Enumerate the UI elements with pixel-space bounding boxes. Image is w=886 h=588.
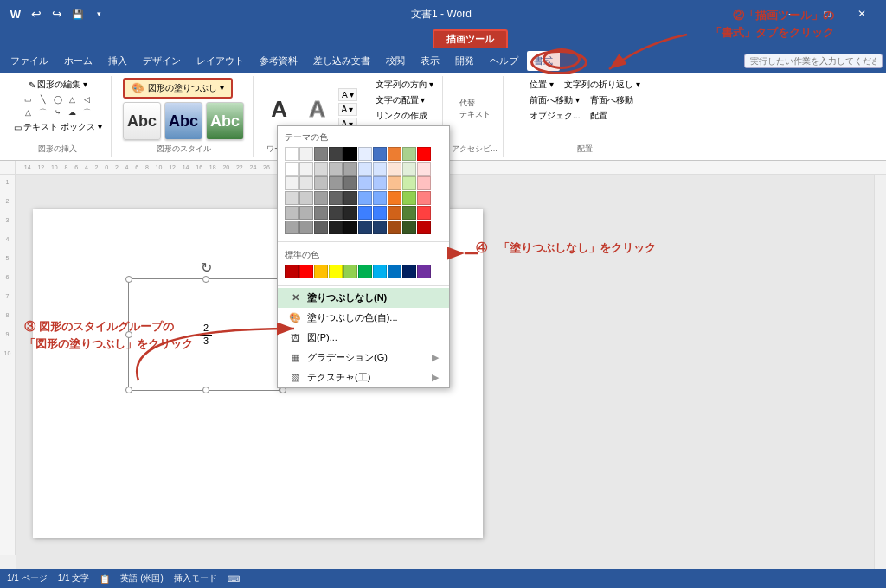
minimize-btn[interactable]: ─ bbox=[775, 0, 810, 28]
menu-home[interactable]: ホーム bbox=[57, 51, 100, 71]
theme-color-3-2[interactable] bbox=[314, 191, 328, 205]
menu-option-3[interactable]: ▦ グラデーション(G) ▶ bbox=[278, 348, 449, 368]
shape-icon-3[interactable]: ◯ bbox=[51, 93, 65, 105]
object-btn[interactable]: オブジェク... bbox=[526, 109, 583, 123]
shape-icon-4[interactable]: △ bbox=[66, 93, 80, 105]
theme-color-4-6[interactable] bbox=[373, 206, 387, 220]
theme-color-3-3[interactable] bbox=[329, 191, 343, 205]
wordart-a1-btn[interactable]: A bbox=[262, 92, 297, 126]
theme-color-1-9[interactable] bbox=[417, 162, 431, 176]
theme-color-5-6[interactable] bbox=[373, 220, 387, 234]
std-color-3[interactable] bbox=[329, 265, 343, 278]
theme-color-0-0[interactable] bbox=[285, 147, 299, 161]
handle-tl[interactable] bbox=[125, 276, 132, 283]
menu-references[interactable]: 参考資料 bbox=[253, 51, 305, 71]
wrap-text-btn[interactable]: 文字列の折り返し ▾ bbox=[561, 78, 644, 92]
shape-icon-6[interactable]: △ bbox=[22, 106, 35, 118]
menu-option-4[interactable]: ▧ テクスチャ(工) ▶ bbox=[278, 368, 449, 387]
menu-developer[interactable]: 開発 bbox=[448, 51, 481, 71]
theme-color-1-5[interactable] bbox=[358, 162, 372, 176]
theme-color-5-1[interactable] bbox=[299, 220, 313, 234]
position-btn[interactable]: 位置 ▾ bbox=[526, 78, 557, 92]
shape-icon-9[interactable]: ☁ bbox=[66, 106, 80, 118]
theme-color-1-6[interactable] bbox=[373, 162, 387, 176]
theme-color-2-3[interactable] bbox=[329, 176, 343, 190]
theme-color-0-8[interactable] bbox=[402, 147, 416, 161]
text-align-btn[interactable]: 文字の配置 ▾ bbox=[372, 93, 429, 107]
shape-fill-btn[interactable]: 🎨 図形の塗りつぶし ▾ bbox=[123, 78, 233, 99]
theme-color-1-4[interactable] bbox=[343, 162, 357, 176]
theme-color-1-3[interactable] bbox=[329, 162, 343, 176]
theme-color-2-4[interactable] bbox=[343, 176, 357, 190]
theme-color-0-3[interactable] bbox=[329, 147, 343, 161]
theme-color-3-0[interactable] bbox=[285, 191, 299, 205]
shape-icon-7[interactable]: ⌒ bbox=[36, 106, 50, 118]
std-color-0[interactable] bbox=[285, 265, 299, 278]
theme-color-5-9[interactable] bbox=[417, 220, 431, 234]
theme-color-4-5[interactable] bbox=[358, 206, 372, 220]
undo-btn[interactable]: ↩ bbox=[28, 7, 45, 21]
shape-icon-8[interactable]: ⤷ bbox=[51, 106, 65, 118]
theme-color-5-5[interactable] bbox=[358, 220, 372, 234]
shape-box[interactable]: 2 3 bbox=[128, 278, 284, 391]
text-outline-btn[interactable]: A ▾ bbox=[338, 103, 357, 116]
theme-color-1-8[interactable] bbox=[402, 162, 416, 176]
bring-forward-btn[interactable]: 前面へ移動 ▾ bbox=[526, 93, 583, 107]
menu-layout[interactable]: レイアウト bbox=[189, 51, 251, 71]
size-btn[interactable]: 配置 bbox=[587, 109, 611, 123]
theme-color-4-0[interactable] bbox=[285, 206, 299, 220]
shape-icon-2[interactable]: ╲ bbox=[36, 93, 50, 105]
theme-color-5-4[interactable] bbox=[343, 220, 357, 234]
theme-color-2-2[interactable] bbox=[314, 176, 328, 190]
theme-color-4-7[interactable] bbox=[388, 206, 401, 220]
style-btn-2[interactable]: Abc bbox=[164, 102, 202, 140]
menu-option-0[interactable]: ✕ 塗りつぶしなし(N) bbox=[278, 288, 449, 308]
theme-color-0-4[interactable] bbox=[343, 147, 357, 161]
redo-btn[interactable]: ↪ bbox=[48, 7, 66, 21]
theme-color-2-9[interactable] bbox=[417, 176, 431, 190]
maximize-btn[interactable]: □ bbox=[810, 0, 844, 28]
menu-file[interactable]: ファイル bbox=[3, 51, 55, 71]
link-create-btn[interactable]: リンクの作成 bbox=[372, 109, 431, 123]
theme-color-1-7[interactable] bbox=[388, 162, 401, 176]
rotate-handle[interactable]: ↻ bbox=[201, 259, 212, 276]
menu-insert[interactable]: 挿入 bbox=[101, 51, 134, 71]
theme-color-3-8[interactable] bbox=[402, 191, 416, 205]
theme-color-3-6[interactable] bbox=[373, 191, 387, 205]
scrollbar-right[interactable] bbox=[874, 175, 886, 572]
theme-color-2-6[interactable] bbox=[373, 176, 387, 190]
std-color-1[interactable] bbox=[299, 265, 313, 278]
menu-design[interactable]: デザイン bbox=[136, 51, 188, 71]
text-color-btn[interactable]: A̲ ▾ bbox=[338, 88, 357, 101]
handle-bm[interactable] bbox=[202, 387, 209, 393]
theme-color-5-2[interactable] bbox=[314, 220, 328, 234]
theme-color-3-1[interactable] bbox=[299, 191, 313, 205]
theme-color-1-0[interactable] bbox=[285, 162, 299, 176]
std-color-7[interactable] bbox=[388, 265, 401, 278]
theme-color-4-4[interactable] bbox=[343, 206, 357, 220]
handle-tm[interactable] bbox=[202, 276, 209, 283]
theme-color-0-2[interactable] bbox=[314, 147, 328, 161]
theme-color-2-1[interactable] bbox=[299, 176, 313, 190]
theme-color-2-5[interactable] bbox=[358, 176, 372, 190]
std-color-8[interactable] bbox=[402, 265, 416, 278]
theme-color-3-5[interactable] bbox=[358, 191, 372, 205]
theme-color-0-7[interactable] bbox=[388, 147, 401, 161]
theme-color-3-4[interactable] bbox=[343, 191, 357, 205]
menu-view[interactable]: 表示 bbox=[414, 51, 446, 71]
std-color-5[interactable] bbox=[358, 265, 372, 278]
handle-bl[interactable] bbox=[125, 387, 132, 393]
shape-icon-10[interactable]: ⌒ bbox=[80, 106, 94, 118]
theme-color-5-8[interactable] bbox=[402, 220, 416, 234]
send-backward-btn[interactable]: 背面へ移動 bbox=[587, 93, 637, 107]
theme-color-4-8[interactable] bbox=[402, 206, 416, 220]
theme-color-5-0[interactable] bbox=[285, 220, 299, 234]
menu-mailings[interactable]: 差し込み文書 bbox=[306, 51, 377, 71]
theme-color-0-9[interactable] bbox=[417, 147, 431, 161]
style-btn-3[interactable]: Abc bbox=[206, 102, 244, 140]
menu-review[interactable]: 校閲 bbox=[379, 51, 412, 71]
shape-icon-1[interactable]: ▭ bbox=[22, 93, 35, 105]
theme-color-4-9[interactable] bbox=[417, 206, 431, 220]
std-color-4[interactable] bbox=[343, 265, 357, 278]
search-input[interactable] bbox=[744, 54, 883, 68]
